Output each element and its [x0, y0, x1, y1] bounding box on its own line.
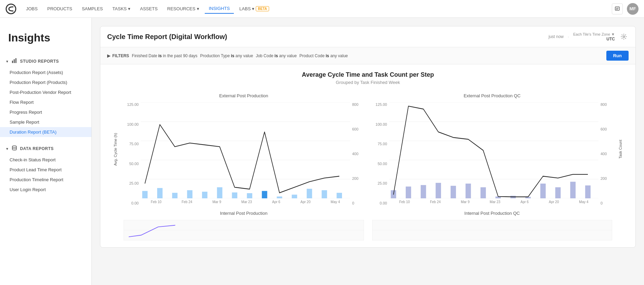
- studio-reports-label: STUDIO REPORTS: [20, 59, 59, 64]
- filter-production-type[interactable]: Production Type is any value: [200, 53, 253, 58]
- filter-job-code[interactable]: Job Code is any value: [256, 53, 296, 58]
- chart-label-2: External Post Production QC: [372, 93, 613, 98]
- data-reports-items: Check-in Status Report Product Lead Time…: [0, 155, 91, 195]
- chevron-down-icon: ▾: [252, 6, 254, 11]
- chart-int-post-prod-qc: Internal Post Production QC: [372, 211, 613, 240]
- report-card: Cycle Time Report (Digital Workflow) jus…: [100, 26, 636, 248]
- app-logo[interactable]: [5, 3, 16, 14]
- svg-rect-2: [12, 61, 13, 63]
- svg-rect-13: [142, 191, 148, 198]
- svg-rect-23: [292, 195, 297, 198]
- y-axis-right-1: 800 600 400 200 0: [350, 102, 364, 205]
- svg-rect-43: [540, 184, 546, 198]
- nav-resources[interactable]: RESOURCES ▾: [163, 4, 203, 13]
- y-axis-left-2: 125.00 100.00 75.00 50.00 25.00 0.00: [372, 102, 389, 205]
- settings-button[interactable]: [619, 32, 629, 41]
- avatar[interactable]: MF: [627, 3, 639, 15]
- chevron-down-icon: ▾: [128, 6, 130, 11]
- chart-main-title: Average Cycle Time and Task Count per St…: [107, 71, 629, 78]
- timezone-label: Each Tile's Time Zone ▼: [573, 32, 615, 36]
- page-title: Insights: [0, 23, 91, 55]
- chevron-down-icon: ▾: [197, 6, 199, 11]
- chart-svg-2: [389, 102, 599, 198]
- sidebar-item-production-assets[interactable]: Production Report (Assets): [0, 67, 91, 77]
- chevron-down-icon: ▼: [5, 147, 9, 151]
- time-info: just now: [548, 34, 564, 39]
- sidebar: Insights ▼ STUDIO REPORTS Production Rep…: [0, 18, 92, 285]
- sidebar-item-flow-report[interactable]: Flow Report: [0, 97, 91, 107]
- chart-ext-post-prod-qc: External Post Production QC 125.00 100.0…: [372, 93, 613, 205]
- nav-jobs[interactable]: JOBS: [22, 4, 42, 13]
- timezone-selector[interactable]: Each Tile's Time Zone ▼ UTC: [573, 32, 615, 41]
- svg-rect-35: [420, 185, 426, 198]
- sidebar-section-studio-reports[interactable]: ▼ STUDIO REPORTS: [0, 55, 91, 67]
- chevron-down-icon: ▼: [5, 60, 9, 63]
- sidebar-item-post-production-vendor[interactable]: Post-Production Vendor Report: [0, 87, 91, 97]
- y-axis-label-right: Task Count: [617, 140, 624, 159]
- svg-rect-37: [451, 186, 456, 198]
- nav-tasks[interactable]: TASKS ▾: [108, 4, 135, 13]
- sidebar-item-user-login[interactable]: User Login Report: [0, 185, 91, 195]
- timezone-value: UTC: [606, 37, 615, 41]
- chevron-right-icon: ▶: [107, 53, 110, 58]
- data-reports-label: DATA REPORTS: [20, 146, 53, 151]
- y-axis-left-1: 125.00 100.00 75.00 50.00 25.00 0.00: [124, 102, 141, 205]
- sidebar-item-production-products[interactable]: Production Report (Products): [0, 77, 91, 87]
- chart-label-4: Internal Post Production QC: [372, 211, 613, 216]
- chart-ext-post-prod: External Post Production 125.00 100.00 7…: [124, 93, 364, 205]
- beta-badge: BETA: [256, 6, 269, 11]
- svg-rect-38: [465, 184, 471, 198]
- nav-samples[interactable]: SAMPLES: [78, 4, 107, 13]
- svg-rect-1: [615, 7, 619, 10]
- filters-label-text: FILTERS: [112, 53, 129, 58]
- x-axis-1: Feb 10 Feb 24 Mar 9 Mar 23 Apr 6 Apr 20 …: [141, 198, 350, 205]
- nav-labs[interactable]: LABS ▾ BETA: [235, 4, 273, 13]
- svg-point-6: [623, 36, 625, 38]
- main-layout: Insights ▼ STUDIO REPORTS Production Rep…: [0, 18, 644, 285]
- filter-product-code[interactable]: Product Code is any value: [300, 53, 348, 58]
- studio-reports-items: Production Report (Assets) Production Re…: [0, 67, 91, 137]
- svg-rect-26: [337, 193, 342, 198]
- svg-rect-15: [172, 193, 178, 198]
- report-title: Cycle Time Report (Digital Workflow): [107, 33, 227, 41]
- nav-insights[interactable]: INSIGHTS: [205, 4, 234, 14]
- sidebar-item-checkin-status[interactable]: Check-in Status Report: [0, 155, 91, 165]
- sidebar-section-data-reports[interactable]: ▼ DATA REPORTS: [0, 142, 91, 155]
- notifications-button[interactable]: [612, 3, 623, 14]
- run-button[interactable]: Run: [606, 51, 629, 61]
- svg-rect-14: [157, 188, 163, 198]
- sidebar-item-duration-report[interactable]: Duration Report (BETA): [0, 127, 91, 137]
- chart-label-1: External Post Production: [124, 93, 364, 98]
- chart-label-3: Internal Post Production: [124, 211, 364, 216]
- svg-rect-21: [262, 191, 267, 198]
- sidebar-item-progress-report[interactable]: Progress Report: [0, 107, 91, 117]
- chart-plot-2: Feb 10 Feb 24 Mar 9 Mar 23 Apr 6 Apr 20 …: [389, 102, 599, 205]
- svg-rect-16: [187, 190, 192, 198]
- nav-assets[interactable]: ASSETS: [136, 4, 162, 13]
- sidebar-item-production-timeline[interactable]: Production Timeline Report: [0, 175, 91, 185]
- report-header-right: just now · Each Tile's Time Zone ▼ UTC: [548, 32, 629, 41]
- chart-int-post-prod: Internal Post Production: [124, 211, 364, 240]
- svg-rect-39: [480, 187, 486, 198]
- svg-rect-46: [585, 185, 591, 198]
- svg-rect-44: [555, 187, 560, 198]
- top-navigation: JOBS PRODUCTS SAMPLES TASKS ▾ ASSETS RES…: [0, 0, 644, 18]
- chart-svg-1: [141, 102, 350, 198]
- svg-rect-17: [202, 192, 207, 198]
- sidebar-item-product-lead-time[interactable]: Product Lead Time Report: [0, 165, 91, 175]
- y-axis-right-2: 800 600 400 200 0: [598, 102, 612, 205]
- filter-finished-date[interactable]: Finished Date is in the past 90 days: [132, 53, 197, 58]
- sidebar-item-sample-report[interactable]: Sample Report: [0, 117, 91, 127]
- charts-bottom-row: Internal Post Production Internal Post P: [107, 211, 629, 240]
- svg-rect-3: [14, 59, 15, 63]
- nav-items: JOBS PRODUCTS SAMPLES TASKS ▾ ASSETS RES…: [22, 4, 609, 14]
- filters-toggle[interactable]: ▶ FILTERS: [107, 53, 129, 58]
- svg-point-5: [12, 146, 16, 148]
- nav-products[interactable]: PRODUCTS: [43, 4, 76, 13]
- report-header: Cycle Time Report (Digital Workflow) jus…: [100, 26, 635, 47]
- svg-rect-19: [232, 193, 237, 198]
- x-axis-2: Feb 10 Feb 24 Mar 9 Mar 23 Apr 6 Apr 20 …: [389, 198, 599, 205]
- svg-rect-18: [217, 187, 223, 198]
- svg-rect-34: [406, 187, 411, 198]
- svg-rect-25: [322, 190, 327, 198]
